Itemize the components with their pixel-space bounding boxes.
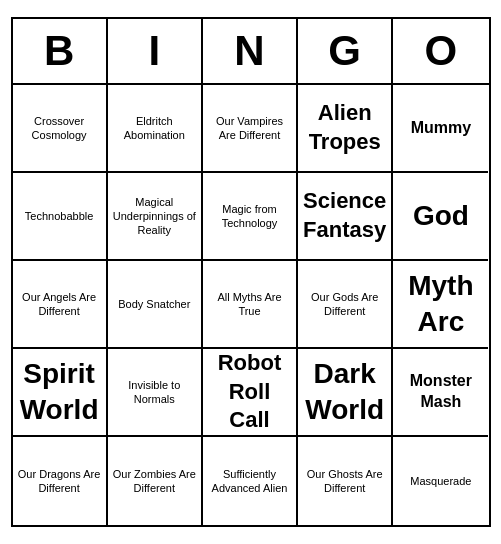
bingo-cell-11: Body Snatcher [108, 261, 203, 349]
bingo-letter-o: O [393, 19, 488, 83]
bingo-letter-b: B [13, 19, 108, 83]
bingo-cell-18: Dark World [298, 349, 393, 437]
bingo-cell-14: Myth Arc [393, 261, 488, 349]
bingo-letter-i: I [108, 19, 203, 83]
bingo-letter-g: G [298, 19, 393, 83]
bingo-cell-4: Mummy [393, 85, 488, 173]
bingo-cell-2: Our Vampires Are Different [203, 85, 298, 173]
bingo-cell-7: Magic from Technology [203, 173, 298, 261]
bingo-cell-16: Invisible to Normals [108, 349, 203, 437]
bingo-cell-8: Science Fantasy [298, 173, 393, 261]
bingo-card: BINGO Crossover CosmologyEldritch Abomin… [11, 17, 491, 527]
bingo-cell-15: Spirit World [13, 349, 108, 437]
bingo-grid: Crossover CosmologyEldritch AbominationO… [13, 85, 489, 525]
bingo-cell-24: Masquerade [393, 437, 488, 525]
bingo-letter-n: N [203, 19, 298, 83]
bingo-cell-5: Technobabble [13, 173, 108, 261]
bingo-cell-17: Robot Roll Call [203, 349, 298, 437]
bingo-cell-13: Our Gods Are Different [298, 261, 393, 349]
bingo-cell-20: Our Dragons Are Different [13, 437, 108, 525]
bingo-cell-6: Magical Underpinnings of Reality [108, 173, 203, 261]
bingo-cell-0: Crossover Cosmology [13, 85, 108, 173]
bingo-cell-9: God [393, 173, 488, 261]
bingo-cell-19: Monster Mash [393, 349, 488, 437]
bingo-cell-21: Our Zombies Are Different [108, 437, 203, 525]
bingo-cell-23: Our Ghosts Are Different [298, 437, 393, 525]
bingo-cell-10: Our Angels Are Different [13, 261, 108, 349]
bingo-cell-22: Sufficiently Advanced Alien [203, 437, 298, 525]
bingo-cell-3: Alien Tropes [298, 85, 393, 173]
bingo-header: BINGO [13, 19, 489, 85]
bingo-cell-1: Eldritch Abomination [108, 85, 203, 173]
bingo-cell-12: All Myths Are True [203, 261, 298, 349]
